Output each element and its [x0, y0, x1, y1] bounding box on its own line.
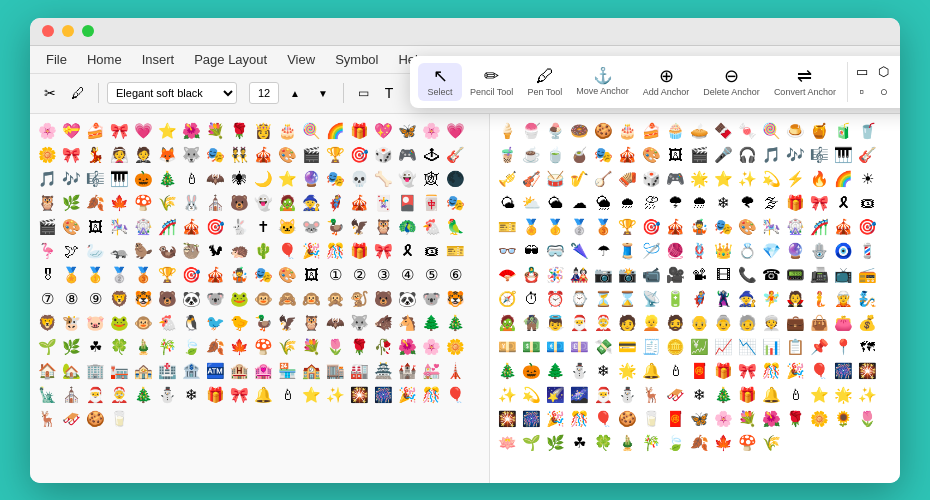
list-item[interactable]: ⚡: [784, 168, 806, 190]
list-item[interactable]: ⭐: [300, 384, 322, 406]
list-item[interactable]: 🌷: [324, 336, 346, 358]
list-item[interactable]: 🌂: [568, 240, 590, 262]
list-item[interactable]: 🍁: [108, 192, 130, 214]
list-item[interactable]: 💎: [760, 240, 782, 262]
list-item[interactable]: 💰: [856, 312, 878, 334]
list-item[interactable]: 🧝: [832, 288, 854, 310]
list-item[interactable]: 🌦: [592, 192, 614, 214]
list-item[interactable]: 🥉: [132, 264, 154, 286]
list-item[interactable]: 🧛: [784, 288, 806, 310]
list-item[interactable]: 🪗: [616, 168, 638, 190]
list-item[interactable]: 💃: [84, 144, 106, 166]
list-item[interactable]: 🏣: [108, 360, 130, 382]
list-item[interactable]: 🌼: [444, 336, 466, 358]
list-item[interactable]: ⭐: [808, 384, 830, 406]
list-item[interactable]: 🎹: [108, 168, 130, 190]
list-item[interactable]: 🎁: [348, 240, 370, 262]
list-item[interactable]: 🍫: [712, 120, 734, 142]
list-item[interactable]: 🦇: [204, 168, 226, 190]
font-size-input[interactable]: [249, 82, 279, 104]
list-item[interactable]: 🏰: [396, 360, 418, 382]
list-item[interactable]: 🌟: [616, 360, 638, 382]
list-item[interactable]: 📞: [736, 264, 758, 286]
list-item[interactable]: 🌾: [156, 192, 178, 214]
list-item[interactable]: 🎬: [36, 216, 58, 238]
list-item[interactable]: 🦁: [36, 312, 58, 334]
list-item[interactable]: 🌲: [420, 312, 442, 334]
list-item[interactable]: 🎭: [204, 144, 226, 166]
list-item[interactable]: 🎁: [348, 120, 370, 142]
list-item[interactable]: 🐱: [276, 216, 298, 238]
list-item[interactable]: 🕊: [60, 240, 82, 262]
list-item[interactable]: 🌱: [520, 432, 542, 454]
list-item[interactable]: 🌠: [544, 384, 566, 406]
list-item[interactable]: 🐺: [348, 312, 370, 334]
list-item[interactable]: 🎪: [348, 192, 370, 214]
list-item[interactable]: 🎺: [496, 168, 518, 190]
list-item[interactable]: 💈: [856, 240, 878, 262]
list-item[interactable]: ⏱: [520, 288, 542, 310]
list-item[interactable]: 🎆: [372, 384, 394, 406]
list-item[interactable]: 📈: [712, 336, 734, 358]
list-item[interactable]: 🎁: [204, 384, 226, 406]
list-item[interactable]: 🍀: [592, 432, 614, 454]
list-item[interactable]: 🌼: [36, 144, 58, 166]
list-item[interactable]: 🎠: [760, 216, 782, 238]
list-item[interactable]: 🌤: [496, 192, 518, 214]
list-item[interactable]: 🍬: [736, 120, 758, 142]
format-painter-icon[interactable]: 🖊: [66, 81, 90, 105]
rect-shape[interactable]: ▭: [853, 63, 871, 81]
list-item[interactable]: ⛄: [568, 360, 590, 382]
list-item[interactable]: 🌿: [60, 192, 82, 214]
list-item[interactable]: ③: [372, 264, 394, 286]
list-item[interactable]: 🎅: [84, 384, 106, 406]
list-item[interactable]: 🥇: [544, 216, 566, 238]
list-item[interactable]: 🍁: [228, 336, 250, 358]
list-item[interactable]: 📸: [616, 264, 638, 286]
list-item[interactable]: 💐: [736, 408, 758, 430]
list-item[interactable]: 🏧: [204, 360, 226, 382]
list-item[interactable]: 🎀: [228, 384, 250, 406]
list-item[interactable]: 🎉: [544, 408, 566, 430]
list-item[interactable]: 🎯: [180, 264, 202, 286]
list-item[interactable]: 🐷: [84, 312, 106, 334]
list-item[interactable]: ④: [396, 264, 418, 286]
list-item[interactable]: 🍂: [84, 192, 106, 214]
list-item[interactable]: 📺: [832, 264, 854, 286]
list-item[interactable]: ①: [324, 264, 346, 286]
list-item[interactable]: 📻: [856, 264, 878, 286]
list-item[interactable]: ✨: [856, 384, 878, 406]
list-item[interactable]: 💫: [760, 168, 782, 190]
list-item[interactable]: 👸: [252, 120, 274, 142]
list-item[interactable]: 🍁: [712, 432, 734, 454]
list-item[interactable]: 🐨: [204, 288, 226, 310]
list-item[interactable]: 💷: [568, 336, 590, 358]
list-item[interactable]: 🎉: [784, 360, 806, 382]
list-item[interactable]: 🌧: [616, 192, 638, 214]
list-item[interactable]: 🦹: [712, 288, 734, 310]
list-item[interactable]: 🪡: [640, 240, 662, 262]
list-item[interactable]: 🦌: [640, 384, 662, 406]
list-item[interactable]: 🦉: [372, 216, 394, 238]
list-item[interactable]: 💐: [300, 336, 322, 358]
list-item[interactable]: 🎊: [568, 408, 590, 430]
list-item[interactable]: 🎈: [276, 240, 298, 262]
list-item[interactable]: 🌩: [664, 192, 686, 214]
list-item[interactable]: 🌸: [420, 120, 442, 142]
list-item[interactable]: ❄: [180, 384, 202, 406]
list-item[interactable]: 🏅: [60, 264, 82, 286]
list-item[interactable]: 🎼: [808, 144, 830, 166]
list-item[interactable]: 🥁: [544, 168, 566, 190]
list-item[interactable]: 🥤: [856, 120, 878, 142]
list-item[interactable]: 🍄: [252, 336, 274, 358]
list-item[interactable]: 🎀: [108, 120, 130, 142]
list-item[interactable]: 🦦: [156, 240, 178, 262]
list-item[interactable]: ⑧: [60, 288, 82, 310]
list-item[interactable]: 🔔: [252, 384, 274, 406]
list-item[interactable]: ②: [348, 264, 370, 286]
list-item[interactable]: 📟: [784, 264, 806, 286]
list-item[interactable]: 🐭: [300, 216, 322, 238]
list-item[interactable]: 🐸: [228, 288, 250, 310]
list-item[interactable]: 🌑: [444, 168, 466, 190]
list-item[interactable]: 🍨: [544, 120, 566, 142]
